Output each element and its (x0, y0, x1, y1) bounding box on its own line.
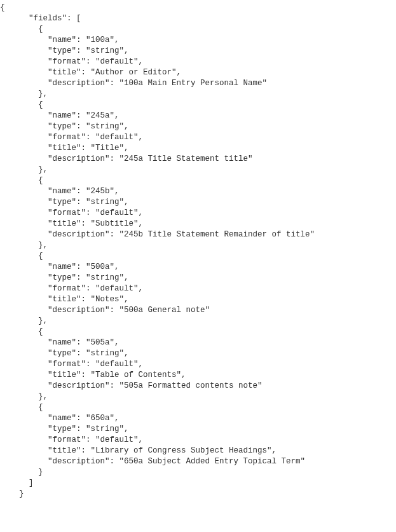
code-line: "type": "string", (0, 122, 129, 131)
code-line: "type": "string", (0, 46, 129, 55)
code-line: { (0, 252, 43, 261)
code-line: "name": "650a", (0, 414, 119, 423)
code-line: "description": "245b Title Statement Rem… (0, 230, 315, 239)
code-line: { (0, 25, 43, 34)
code-line: } (0, 489, 24, 498)
code-line: "type": "string", (0, 198, 129, 207)
code-line: "description": "500a General note" (0, 306, 210, 315)
code-line: "format": "default", (0, 360, 143, 369)
code-line: { (0, 403, 43, 412)
code-line: { (0, 327, 43, 336)
code-line: "fields": [ (0, 14, 81, 23)
code-line: "title": "Notes", (0, 295, 129, 304)
code-line: { (0, 100, 43, 109)
code-line: "title": "Table of Contents", (0, 371, 186, 379)
code-line: "format": "default", (0, 208, 143, 217)
code-line: "format": "default", (0, 284, 143, 293)
code-line: "format": "default", (0, 435, 143, 444)
code-line: }, (0, 90, 48, 99)
code-line: "format": "default", (0, 133, 143, 142)
code-line: "title": "Library of Congress Subject He… (0, 446, 277, 455)
code-line: "description": "650a Subject Added Entry… (0, 457, 305, 466)
code-line: "description": "505a Formatted contents … (0, 381, 263, 390)
code-line: "type": "string", (0, 273, 129, 282)
code-line: "name": "245a", (0, 111, 119, 120)
code-line: "title": "Title", (0, 144, 129, 153)
code-line: }, (0, 165, 48, 174)
code-line: "description": "100a Main Entry Personal… (0, 79, 267, 88)
code-line: { (0, 176, 43, 185)
code-line: "name": "245b", (0, 187, 119, 196)
code-line: ] (0, 479, 34, 488)
code-line: "title": "Subtitle", (0, 219, 143, 228)
code-line: "type": "string", (0, 349, 129, 358)
code-line: }, (0, 241, 48, 250)
code-line: }, (0, 392, 48, 401)
code-line: "name": "100a", (0, 36, 119, 44)
code-line: "format": "default", (0, 57, 143, 66)
code-line: "name": "505a", (0, 338, 119, 347)
code-line: "description": "245a Title Statement tit… (0, 154, 253, 163)
code-line: { (0, 3, 5, 12)
code-line: "type": "string", (0, 425, 129, 433)
code-line: "title": "Author or Editor", (0, 68, 181, 77)
json-code-block: { "fields": [ { "name": "100a", "type": … (0, 0, 396, 512)
code-line: } (0, 468, 43, 477)
code-line: "name": "500a", (0, 263, 119, 271)
code-line: }, (0, 317, 48, 325)
